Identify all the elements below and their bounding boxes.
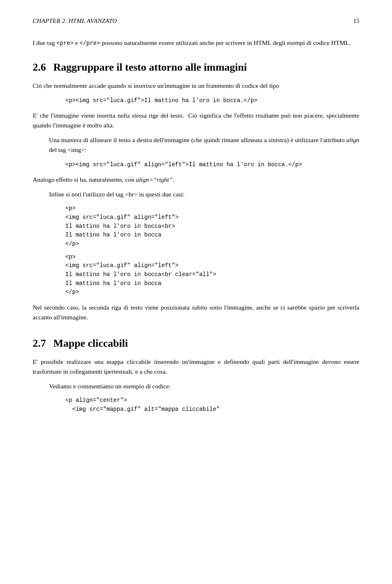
section-26-number: 2.6 [33,59,46,75]
page-header: CHAPTER 2. HTML AVANZATO 15 [33,16,359,26]
section-26-code3: <p> <img src="luca.gif" align="left"> Il… [65,204,359,248]
section-27-para1: E' possibile realizzare una mappa clicca… [33,357,359,377]
section-26-para5: Infine si noti l'utilizzo del tag <br> i… [49,189,359,199]
section-26-para1: Ciò che normalmente accade quando si ins… [33,81,359,91]
section-26-code1: <p><img src="luca.gif">Il mattino ha l'o… [65,96,359,105]
section-27-heading: 2.7 Mappe cliccabili [33,335,359,351]
section-26-para3: Una maniera di allineare il testo a dest… [49,135,359,155]
section-26-code2: <p><img src="luca.gif" align="left">Il m… [65,160,359,169]
code-pre-close: </pre> [80,40,100,47]
intro-paragraph: I due tag <pre> e </pre> possono natural… [33,38,359,48]
code-pre-open: <pre> [56,40,74,47]
align-right-italic: align=“right” [136,176,173,183]
section-26-para6: Nel secondo caso, la seconda riga di tes… [33,303,359,322]
section-26-title: Raggruppare il testo attorno alle immagi… [53,59,247,75]
section-27-code1: <p align="center"> <img src="mappa.gif" … [65,396,359,414]
header-page-number: 15 [353,16,359,26]
section-27-para2: Vediamo e commentiamo un esempio di codi… [49,381,359,391]
section-26-para2: E' che l'immagine viene inserita nella s… [33,111,359,130]
section-27: 2.7 Mappe cliccabili E' possibile realiz… [33,335,359,414]
page: CHAPTER 2. HTML AVANZATO 15 I due tag <p… [0,0,392,584]
section-26-heading: 2.6 Raggruppare il testo attorno alle im… [33,59,359,75]
section-27-title: Mappe cliccabili [53,335,128,351]
header-chapter-text: CHAPTER 2. HTML AVANZATO [33,16,117,26]
section-27-number: 2.7 [33,335,46,351]
align-italic: align [346,136,359,143]
section-26-code4: <p> <img src="luca.gif" align="left"> Il… [65,253,359,297]
section-26-para4: Analogo effetto si ha, naturalmente, con… [33,175,359,185]
